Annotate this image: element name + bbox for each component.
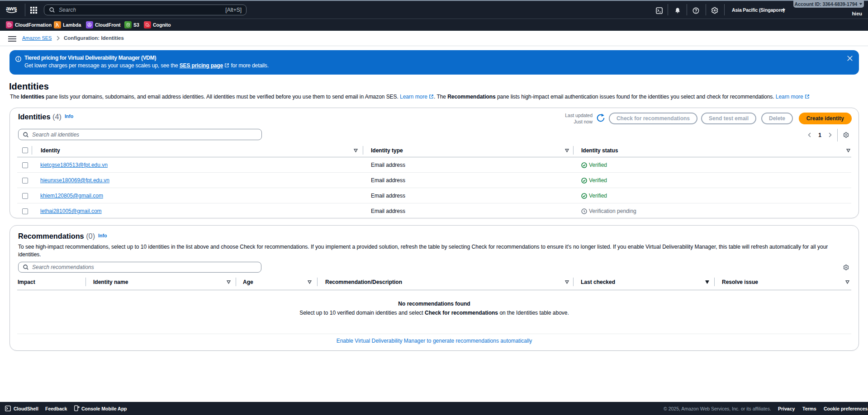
svg-text:aws: aws: [6, 5, 17, 12]
